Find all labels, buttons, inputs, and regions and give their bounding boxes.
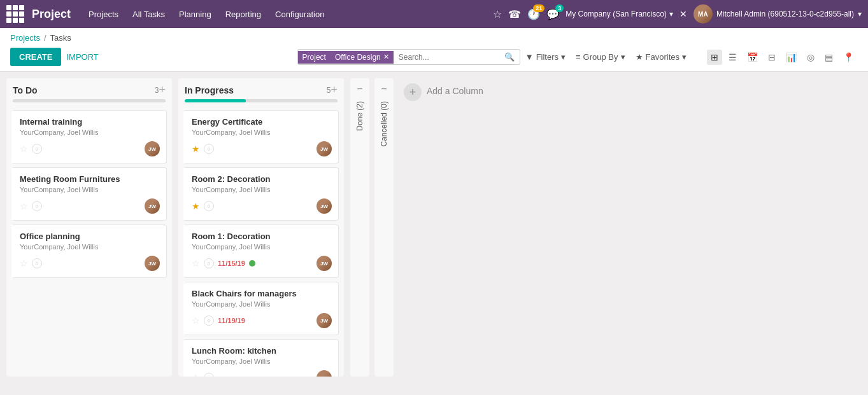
- breadcrumb-parent[interactable]: Projects: [10, 33, 40, 43]
- filters-label: Filters: [536, 52, 559, 62]
- card-avatar: JW: [317, 370, 332, 377]
- groupby-label: Group By: [583, 52, 618, 62]
- filter-tag-close-icon[interactable]: ✕: [383, 53, 389, 61]
- star-icon[interactable]: ☆: [192, 373, 200, 377]
- star-icon[interactable]: ☆: [192, 315, 200, 326]
- task-card[interactable]: Meeting Room Furnitures YourCompany, Joe…: [11, 167, 167, 221]
- schedule-icon[interactable]: ○: [204, 201, 214, 211]
- breadcrumb-current: Tasks: [50, 33, 71, 43]
- collapse-icon[interactable]: −: [381, 83, 387, 95]
- col-count: 5: [327, 86, 331, 95]
- breadcrumb-separator: /: [44, 33, 46, 43]
- toolbar: CREATE IMPORT Project Office Design ✕ 🔍 …: [10, 48, 858, 71]
- clock-icon[interactable]: 🕐 21: [527, 8, 540, 20]
- card-title: Energy Certificate: [192, 117, 332, 127]
- card-avatar: JW: [317, 313, 332, 328]
- star-icon[interactable]: ☆: [20, 258, 28, 268]
- schedule-icon[interactable]: ○: [32, 144, 42, 154]
- company-selector[interactable]: My Company (San Francisco) ▾: [566, 10, 673, 18]
- view-list-button[interactable]: ☰: [725, 50, 741, 65]
- filter-tag-project: Project: [298, 51, 331, 64]
- search-input[interactable]: [394, 50, 499, 64]
- col-cards: Energy Certificate YourCompany, Joel Wil…: [178, 106, 344, 377]
- col-cards: Internal training YourCompany, Joel Will…: [6, 106, 172, 377]
- favorites-button[interactable]: ★ Favorites ▾: [636, 52, 687, 62]
- nav-projects[interactable]: Projects: [83, 7, 124, 22]
- app-grid-icon[interactable]: [6, 5, 24, 23]
- schedule-icon[interactable]: ○: [204, 258, 214, 268]
- nav-reporting[interactable]: Reporting: [220, 7, 266, 22]
- groupby-button[interactable]: ≡ Group By ▾: [576, 52, 625, 62]
- col-add-icon[interactable]: +: [331, 83, 338, 97]
- phone-icon[interactable]: ☎: [508, 8, 521, 20]
- card-status-dot: [249, 260, 255, 267]
- task-card[interactable]: Room 2: Decoration YourCompany, Joel Wil…: [183, 167, 339, 221]
- card-footer: ☆ ○ JW: [20, 141, 160, 156]
- collapsed-label: Cancelled (0): [380, 101, 388, 146]
- star-icon[interactable]: ★: [192, 144, 200, 154]
- schedule-icon[interactable]: ○: [32, 201, 42, 211]
- task-card[interactable]: Internal training YourCompany, Joel Will…: [11, 110, 167, 163]
- view-circle-button[interactable]: ◎: [803, 50, 818, 65]
- star-icon[interactable]: ☆: [20, 144, 28, 154]
- card-footer: ☆ ○ 11/19/19 JW: [192, 313, 332, 328]
- card-footer: ☆ ○ JW: [20, 256, 160, 271]
- subheader: Projects / Tasks CREATE IMPORT Project O…: [0, 28, 868, 72]
- kanban-board: To Do 3 + Internal training YourCompany,…: [0, 72, 868, 383]
- chat-icon[interactable]: 💬 3: [546, 8, 559, 20]
- view-table-button[interactable]: ⊟: [764, 50, 779, 65]
- task-card[interactable]: Energy Certificate YourCompany, Joel Wil…: [183, 110, 339, 163]
- view-map-button[interactable]: 📍: [839, 50, 858, 65]
- card-title: Meeting Room Furnitures: [20, 174, 160, 184]
- card-avatar: JW: [317, 256, 332, 271]
- star-icon[interactable]: ☆: [192, 258, 200, 268]
- favorites-label: Favorites: [646, 52, 679, 62]
- star-icon[interactable]: ☆: [493, 8, 502, 20]
- nav-configuration[interactable]: Configuration: [270, 7, 329, 22]
- task-card[interactable]: Black Chairs for managers YourCompany, J…: [183, 282, 339, 335]
- card-footer: ★ ○ JW: [192, 198, 332, 214]
- create-button[interactable]: CREATE: [10, 48, 61, 66]
- task-card[interactable]: Room 1: Decoration YourCompany, Joel Wil…: [183, 225, 339, 278]
- card-subtitle: YourCompany, Joel Willis: [192, 186, 332, 193]
- col-progress-bar: [13, 99, 166, 102]
- task-card[interactable]: Lunch Room: kitchen YourCompany, Joel Wi…: [183, 339, 339, 377]
- task-card[interactable]: Office planning YourCompany, Joel Willis…: [11, 225, 167, 278]
- schedule-icon[interactable]: ○: [204, 144, 214, 154]
- col-progress-bar: [185, 99, 338, 102]
- view-kanban-button[interactable]: ⊞: [707, 50, 722, 65]
- card-footer: ☆ ○ 11/15/19 JW: [192, 256, 332, 271]
- schedule-icon[interactable]: ○: [204, 315, 214, 326]
- add-column-button[interactable]: + Add a Column: [399, 78, 513, 377]
- breadcrumb: Projects / Tasks: [10, 33, 858, 43]
- kanban-column-collapsed[interactable]: − Done (2): [350, 78, 369, 377]
- card-subtitle: YourCompany, Joel Willis: [20, 128, 160, 136]
- card-subtitle: YourCompany, Joel Willis: [192, 357, 332, 365]
- star-icon[interactable]: ★: [192, 201, 200, 211]
- col-add-icon[interactable]: +: [159, 83, 166, 97]
- schedule-icon[interactable]: ○: [204, 373, 214, 377]
- view-chart-button[interactable]: 📊: [782, 50, 800, 65]
- card-title: Black Chairs for managers: [192, 289, 332, 298]
- star-icon[interactable]: ☆: [20, 201, 28, 211]
- close-icon[interactable]: ✕: [679, 9, 687, 19]
- collapse-icon[interactable]: −: [357, 83, 362, 95]
- add-column-plus-icon: +: [404, 83, 422, 101]
- user-avatar: MA: [694, 4, 713, 24]
- groupby-icon: ≡: [576, 52, 581, 62]
- nav-planning[interactable]: Planning: [174, 7, 217, 22]
- view-calendar-button[interactable]: 📅: [743, 50, 762, 65]
- card-footer: ★ ○ JW: [192, 141, 332, 156]
- top-navigation: Project Projects All Tasks Planning Repo…: [0, 0, 868, 28]
- card-subtitle: YourCompany, Joel Willis: [192, 243, 332, 251]
- col-title: In Progress: [185, 85, 323, 95]
- nav-all-tasks[interactable]: All Tasks: [127, 7, 170, 22]
- import-button[interactable]: IMPORT: [66, 52, 98, 62]
- user-menu[interactable]: MA Mitchell Admin (690512-13-0-c2d955-al…: [694, 4, 862, 24]
- kanban-column-collapsed[interactable]: − Cancelled (0): [374, 78, 394, 377]
- schedule-icon[interactable]: ○: [32, 258, 42, 268]
- col-title: To Do: [13, 85, 151, 95]
- search-icon[interactable]: 🔍: [499, 50, 520, 64]
- filters-button[interactable]: ▼ Filters ▾: [525, 52, 566, 62]
- view-lines-button[interactable]: ▤: [821, 50, 837, 65]
